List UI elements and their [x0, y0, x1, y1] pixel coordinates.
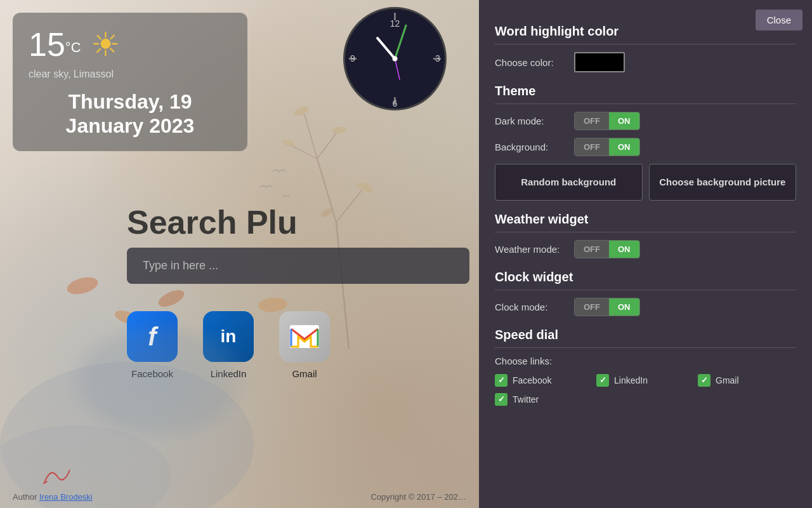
- svg-text:3: 3: [435, 53, 440, 64]
- search-title: Search Plu: [127, 203, 298, 241]
- settings-panel: Close Word highlight color Choose color:…: [479, 0, 812, 508]
- svg-line-4: [317, 133, 336, 159]
- clock-mode-off[interactable]: OFF: [575, 298, 609, 316]
- svg-text:6: 6: [393, 98, 398, 109]
- gmail-checkbox-label: Gmail: [716, 375, 739, 385]
- facebook-icon[interactable]: f: [127, 311, 178, 362]
- theme-section-title: Theme: [495, 84, 796, 104]
- svg-point-13: [156, 287, 187, 311]
- svg-point-10: [320, 207, 334, 219]
- author-link[interactable]: Irena Brodeski: [39, 492, 93, 502]
- linkedin-checkbox-label: LinkedIn: [614, 375, 648, 385]
- temp-unit: °C: [65, 39, 81, 55]
- dark-mode-on[interactable]: ON: [609, 112, 639, 130]
- background-label: Background:: [495, 142, 565, 152]
- linkedin-check-icon: ✓: [599, 375, 606, 385]
- dark-mode-label: Dark mode:: [495, 116, 565, 126]
- weather-mode-off[interactable]: OFF: [575, 241, 609, 258]
- clock-mode-row: Clock mode: OFF ON: [495, 298, 796, 316]
- highlight-section-title: Word highlight color: [495, 24, 796, 44]
- clock-mode-label: Clock mode:: [495, 302, 565, 312]
- search-bar[interactable]: Type in here ...: [127, 248, 469, 284]
- close-button[interactable]: Close: [756, 10, 802, 30]
- linkedin-icon[interactable]: in: [203, 311, 254, 362]
- svg-line-3: [336, 190, 362, 222]
- choose-background-button[interactable]: Choose background picture: [649, 164, 797, 201]
- dark-mode-off[interactable]: OFF: [575, 112, 609, 130]
- weather-description: clear sky, Limassol: [29, 69, 232, 80]
- dark-mode-row: Dark mode: OFF ON: [495, 112, 796, 130]
- background-buttons: Random background Choose background pict…: [495, 164, 796, 201]
- choose-color-label: Choose color:: [495, 57, 565, 68]
- dark-mode-toggle[interactable]: OFF ON: [574, 112, 640, 130]
- choose-links-label: Choose links:: [495, 356, 565, 366]
- facebook-check-icon: ✓: [498, 375, 505, 385]
- background-off[interactable]: OFF: [575, 138, 609, 156]
- sun-icon: ☀: [91, 25, 121, 64]
- speed-dial-checkboxes: ✓ Facebook ✓ LinkedIn ✓ Gmail ✓ Twitter: [495, 374, 796, 406]
- speed-dial-section-title: Speed dial: [495, 328, 796, 348]
- checkbox-twitter[interactable]: ✓ Twitter: [495, 393, 593, 406]
- svg-line-1: [317, 159, 336, 222]
- background-on[interactable]: ON: [609, 138, 639, 156]
- weather-section-title: Weather widget: [495, 212, 796, 232]
- dial-item-linkedin[interactable]: in LinkedIn: [203, 311, 254, 379]
- date-month: January 2023: [66, 114, 195, 137]
- background-toggle[interactable]: OFF ON: [574, 138, 640, 156]
- gmail-checkbox[interactable]: ✓: [698, 374, 710, 387]
- footer-copyright: Copyright © 2017 – 202…: [370, 492, 466, 502]
- weather-mode-label: Weather mode:: [495, 244, 565, 255]
- svg-point-17: [0, 362, 254, 508]
- speed-dial-area: f Facebook in LinkedIn Gma: [127, 311, 330, 379]
- background-toggle-row: Background: OFF ON: [495, 138, 796, 156]
- facebook-label: Facebook: [131, 368, 173, 379]
- checkbox-facebook[interactable]: ✓ Facebook: [495, 374, 593, 387]
- linkedin-checkbox[interactable]: ✓: [596, 374, 609, 387]
- svg-point-9: [356, 180, 374, 194]
- svg-point-32: [393, 57, 398, 62]
- gmail-label: Gmail: [292, 368, 317, 379]
- footer-author: Author Irena Brodeski: [13, 492, 93, 502]
- svg-line-5: [292, 146, 317, 159]
- gmail-icon[interactable]: [279, 311, 330, 362]
- choose-links-row: Choose links:: [495, 356, 796, 366]
- weather-mode-on[interactable]: ON: [609, 241, 639, 258]
- date-day: Thursday, 19: [68, 90, 192, 113]
- svg-point-7: [282, 138, 296, 148]
- facebook-checkbox-label: Facebook: [513, 375, 551, 385]
- facebook-checkbox[interactable]: ✓: [495, 374, 508, 387]
- svg-text:12: 12: [390, 18, 400, 29]
- gmail-check-icon: ✓: [701, 375, 708, 385]
- twitter-checkbox[interactable]: ✓: [495, 393, 508, 406]
- clock-mode-on[interactable]: ON: [609, 298, 639, 316]
- search-placeholder: Type in here ...: [143, 259, 218, 272]
- clock-section-title: Clock widget: [495, 270, 796, 290]
- random-background-button[interactable]: Random background: [495, 164, 643, 201]
- svg-line-2: [304, 114, 317, 159]
- weather-widget: 15°C ☀ clear sky, Limassol Thursday, 19 …: [13, 13, 247, 151]
- checkbox-gmail[interactable]: ✓ Gmail: [698, 374, 796, 387]
- dial-item-gmail[interactable]: Gmail: [279, 311, 330, 379]
- svg-point-6: [293, 105, 310, 117]
- weather-mode-toggle[interactable]: OFF ON: [574, 240, 640, 258]
- temperature: 15: [29, 26, 65, 63]
- linkedin-label: LinkedIn: [211, 368, 247, 379]
- checkbox-linkedin[interactable]: ✓ LinkedIn: [596, 374, 695, 387]
- weather-mode-row: Weather mode: OFF ON: [495, 240, 796, 258]
- highlight-color-row: Choose color:: [495, 52, 796, 72]
- footer: Author Irena Brodeski Copyright © 2017 –…: [0, 492, 479, 502]
- background-area: 15°C ☀ clear sky, Limassol Thursday, 19 …: [0, 0, 479, 508]
- twitter-checkbox-label: Twitter: [513, 394, 539, 404]
- svg-line-0: [336, 222, 349, 349]
- svg-text:9: 9: [350, 53, 355, 64]
- clock-mode-toggle[interactable]: OFF ON: [574, 298, 640, 316]
- clock-widget: 12 3 6 9: [343, 6, 457, 133]
- dial-item-facebook[interactable]: f Facebook: [127, 311, 178, 379]
- svg-rect-33: [290, 325, 319, 348]
- twitter-check-icon: ✓: [498, 394, 505, 404]
- date-display: Thursday, 19 January 2023: [29, 90, 232, 138]
- color-swatch[interactable]: [574, 52, 625, 72]
- svg-point-11: [65, 274, 100, 297]
